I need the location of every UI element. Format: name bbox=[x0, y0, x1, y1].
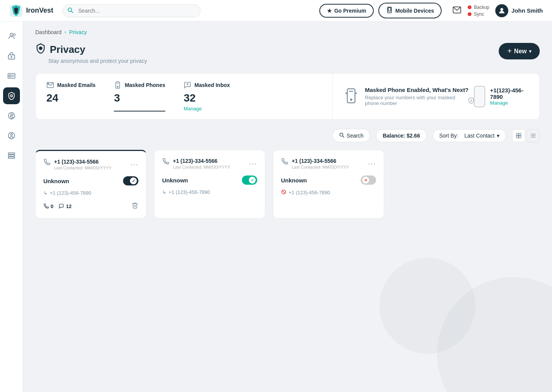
sidebar-item-privacy[interactable] bbox=[3, 87, 20, 104]
status-indicators: Backup Sync bbox=[468, 5, 489, 17]
sidebar-item-contacts[interactable] bbox=[3, 28, 20, 44]
breadcrumb: Dashboard › Privacy bbox=[35, 29, 540, 35]
logo[interactable]: IronVest bbox=[9, 4, 53, 18]
svg-line-40 bbox=[343, 136, 344, 138]
grid-view-button[interactable] bbox=[512, 129, 525, 142]
card-forward-row: +1 (123)-456-7890 bbox=[281, 189, 376, 196]
card-footer: 0 12 bbox=[43, 202, 138, 210]
page-title-area: Privacy Stay anonymous and protect your … bbox=[35, 43, 147, 64]
blocked-icon bbox=[281, 189, 286, 196]
phone-mockup bbox=[474, 86, 486, 107]
svg-point-24 bbox=[10, 134, 12, 136]
masked-phones-stat: Masked Phones 3 bbox=[114, 81, 165, 112]
info-icon[interactable]: i bbox=[468, 97, 474, 103]
search-icon bbox=[339, 132, 344, 139]
new-button[interactable]: + New ▾ bbox=[499, 43, 540, 59]
card-phone-number: +1 (123)-334-5566 bbox=[173, 158, 230, 164]
stats-left: Masked Emails 24 Masked Phones 3 bbox=[35, 73, 333, 120]
svg-rect-44 bbox=[519, 136, 521, 138]
nav-right: Backup Sync John Smith bbox=[452, 4, 543, 17]
stats-right: Masked Phone Enabled, What's Next? Repla… bbox=[333, 73, 540, 120]
card-forward-row: ↳ +1 (123)-456-7890 bbox=[43, 190, 138, 196]
avatar bbox=[495, 4, 508, 17]
card-last-contact: Last Contacted: MM/DD/YYYY bbox=[292, 165, 349, 169]
card-menu-button[interactable]: ··· bbox=[368, 160, 376, 168]
sidebar-item-identity[interactable] bbox=[3, 67, 20, 84]
backup-status: Backup bbox=[468, 5, 489, 10]
sidebar-item-credentials[interactable] bbox=[3, 48, 20, 64]
search-button[interactable]: Search bbox=[332, 129, 370, 142]
svg-rect-6 bbox=[388, 8, 391, 11]
breadcrumb-current: Privacy bbox=[69, 29, 87, 35]
chevron-down-icon: ▾ bbox=[529, 49, 531, 54]
svg-point-9 bbox=[10, 33, 13, 36]
view-toggles bbox=[512, 129, 540, 142]
promo-text: Masked Phone Enabled, What's Next? Repla… bbox=[365, 87, 474, 106]
phone-cards-grid: +1 (123)-334-5566 Last Contacted: MM/DD/… bbox=[35, 150, 540, 218]
svg-point-12 bbox=[11, 56, 12, 57]
svg-rect-26 bbox=[8, 155, 15, 156]
svg-line-4 bbox=[71, 11, 73, 13]
card-menu-button[interactable]: ··· bbox=[130, 161, 138, 169]
card-delete-button[interactable] bbox=[131, 202, 138, 210]
card-header: +1 (123)-334-5566 Last Contacted: MM/DD/… bbox=[43, 159, 138, 170]
username: John Smith bbox=[511, 7, 543, 14]
page-header: Privacy Stay anonymous and protect your … bbox=[35, 43, 540, 64]
go-premium-button[interactable]: ★ Go Premium bbox=[319, 4, 374, 18]
card-toggle[interactable] bbox=[123, 176, 138, 185]
page-title: Privacy bbox=[35, 43, 147, 56]
sidebar-item-bitcoin[interactable] bbox=[3, 107, 20, 124]
masked-inbox-manage[interactable]: Manage bbox=[184, 106, 230, 112]
card-phone-info: +1 (123)-334-5566 Last Contacted: MM/DD/… bbox=[281, 158, 349, 169]
svg-rect-25 bbox=[8, 153, 15, 154]
main-content: Dashboard › Privacy Privacy Stay anonymo… bbox=[23, 21, 552, 392]
card-menu-button[interactable]: ··· bbox=[249, 160, 257, 168]
star-icon: ★ bbox=[327, 8, 332, 14]
svg-point-3 bbox=[68, 8, 72, 11]
promo-manage[interactable]: Manage bbox=[490, 100, 529, 106]
search-input[interactable] bbox=[62, 4, 200, 17]
card-forward-number: +1 (123)-456-7890 bbox=[289, 190, 330, 195]
mail-icon[interactable] bbox=[452, 5, 462, 16]
phone-icon bbox=[43, 159, 50, 167]
card-last-contact: Last Contacted: MM/DD/YYYY bbox=[173, 165, 230, 169]
card-contact-row: Unknown bbox=[162, 175, 257, 185]
svg-rect-43 bbox=[516, 136, 518, 138]
search-bar[interactable] bbox=[62, 4, 200, 17]
card-phone-number: +1 (123)-334-5566 bbox=[54, 159, 112, 165]
promo-title: Masked Phone Enabled, What's Next? bbox=[365, 87, 474, 93]
balance-display: Balance: $2.66 bbox=[376, 129, 426, 142]
masked-inbox-label: Masked Inbox bbox=[184, 81, 230, 89]
list-view-button[interactable] bbox=[527, 129, 540, 142]
svg-point-39 bbox=[340, 133, 343, 136]
card-contact-name: Unknown bbox=[43, 178, 69, 184]
svg-point-33 bbox=[117, 86, 118, 87]
mobile-devices-button[interactable]: Mobile Devices bbox=[378, 3, 442, 18]
mobile-icon bbox=[386, 7, 393, 15]
svg-rect-27 bbox=[8, 157, 15, 159]
card-phone-info: +1 (123)-334-5566 Last Contacted: MM/DD/… bbox=[43, 159, 112, 170]
card-calls-count: 0 bbox=[51, 203, 53, 209]
card-contact-row: Unknown bbox=[281, 175, 376, 185]
card-messages-count: 12 bbox=[66, 203, 71, 209]
sidebar bbox=[0, 21, 23, 392]
backup-dot bbox=[468, 5, 472, 9]
user-menu[interactable]: John Smith bbox=[495, 4, 543, 17]
top-navigation: IronVest ★ Go Premium Mobile Devices bbox=[0, 0, 552, 21]
card-toggle[interactable] bbox=[242, 175, 257, 185]
shield-icon bbox=[35, 43, 46, 56]
breadcrumb-parent[interactable]: Dashboard bbox=[35, 29, 62, 35]
breadcrumb-separator: › bbox=[65, 30, 66, 35]
masked-phones-value: 3 bbox=[114, 92, 165, 104]
sidebar-item-settings[interactable] bbox=[3, 147, 20, 164]
svg-point-28 bbox=[39, 47, 42, 50]
sort-by-dropdown[interactable]: Sort By: Last Contact ▾ bbox=[433, 129, 506, 142]
card-toggle[interactable] bbox=[361, 175, 376, 185]
sidebar-item-logins[interactable] bbox=[3, 127, 20, 144]
masked-emails-stat: Masked Emails 24 bbox=[46, 81, 95, 112]
phone-toolbar: Search Balance: $2.66 Sort By: Last Cont… bbox=[35, 129, 540, 142]
card-contact-name: Unknown bbox=[162, 177, 188, 184]
card-forward-number: +1 (123)-456-7890 bbox=[169, 189, 210, 195]
nav-actions: ★ Go Premium Mobile Devices bbox=[319, 3, 543, 18]
page-subtitle: Stay anonymous and protect your privacy bbox=[48, 58, 147, 64]
